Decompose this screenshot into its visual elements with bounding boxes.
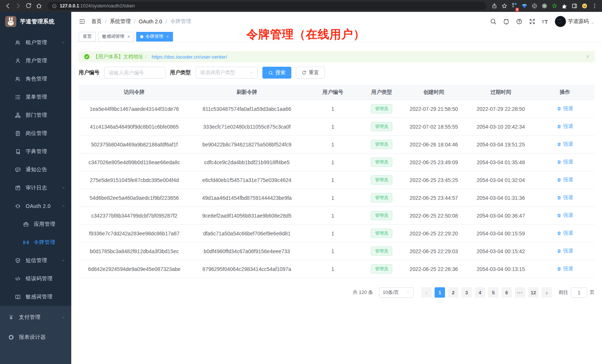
sidebar-item[interactable]: 租户管理 bbox=[0, 33, 71, 52]
sidebar-item[interactable]: 用户管理 bbox=[0, 52, 71, 70]
extensions-badge-icon[interactable]: 9 bbox=[511, 2, 517, 10]
refresh-token-cell: be90422b8c7946218275a508bf524fc9 bbox=[190, 142, 304, 148]
menu-fold-icon[interactable] bbox=[79, 18, 85, 25]
sidebar-item[interactable]: 审计日志 bbox=[0, 179, 71, 197]
side-panel-icon[interactable] bbox=[572, 3, 578, 9]
sidebar-item[interactable]: 通知公告 bbox=[0, 161, 71, 179]
url-path: :1024/system/oauth2/token bbox=[79, 3, 135, 9]
trash-icon bbox=[557, 142, 562, 147]
refresh-token-cell: 9ce8ef2aa9f14056b831ae9b608e28d5 bbox=[190, 213, 304, 219]
alert-close-icon[interactable]: × bbox=[586, 53, 589, 60]
trash-icon bbox=[557, 249, 562, 254]
force-logout-button[interactable]: 强退 bbox=[557, 230, 573, 236]
reset-button[interactable]: 重置 bbox=[296, 67, 325, 79]
command-circle-icon[interactable] bbox=[531, 3, 537, 9]
font-size-icon[interactable]: TT bbox=[542, 18, 549, 25]
force-logout-button[interactable]: 强退 bbox=[557, 123, 573, 130]
breadcrumb-item[interactable]: OAuth 2.0 bbox=[139, 19, 162, 24]
trash-icon bbox=[557, 267, 562, 271]
force-logout-button[interactable]: 强退 bbox=[557, 265, 573, 272]
share-icon[interactable] bbox=[491, 3, 497, 9]
view-tab[interactable]: 令牌管理× bbox=[136, 32, 173, 42]
sidebar-item[interactable]: 报表设计器 bbox=[0, 327, 71, 347]
sidebar-item[interactable]: OAuth 2.0 bbox=[0, 197, 71, 215]
gem-icon[interactable] bbox=[521, 3, 527, 9]
doc-link[interactable]: https://doc.iocoder.cn/user-center/ bbox=[152, 54, 227, 60]
kebab-menu-icon[interactable] bbox=[592, 3, 598, 9]
page-number-button[interactable]: 2 bbox=[448, 287, 458, 298]
sidebar-item[interactable]: 菜单管理 bbox=[0, 88, 71, 106]
user-type-tag: 管理员 bbox=[371, 175, 392, 185]
force-logout-button[interactable]: 强退 bbox=[557, 159, 573, 165]
green-star-icon[interactable] bbox=[552, 3, 557, 9]
page-number-button[interactable]: 6 bbox=[501, 287, 512, 298]
sidebar-item[interactable]: 应用管理 bbox=[0, 215, 71, 233]
user-type-tag: 管理员 bbox=[371, 193, 392, 202]
next-page-button[interactable]: › bbox=[542, 287, 552, 298]
puzzle-icon[interactable] bbox=[562, 3, 567, 9]
badge-icon bbox=[15, 130, 21, 136]
refresh-token-cell: 811c530487574fa0af1a59d3abc1aa66 bbox=[190, 106, 304, 112]
page-size-select[interactable]: 10条/页 bbox=[379, 287, 414, 298]
actions-cell: 强退 bbox=[536, 194, 595, 201]
tab-close-icon[interactable]: × bbox=[166, 34, 169, 39]
page-number-button[interactable]: 3 bbox=[461, 287, 472, 298]
sidebar-item[interactable]: 字典管理 bbox=[0, 142, 71, 161]
emoji-icon[interactable] bbox=[582, 3, 588, 9]
address-bar[interactable]: 127.0.0.1:1024/system/oauth2/token bbox=[48, 2, 486, 10]
search-icon[interactable] bbox=[490, 18, 497, 25]
chevron-down-icon bbox=[406, 291, 410, 295]
github-icon[interactable] bbox=[503, 18, 510, 25]
page-number-button[interactable]: 12 bbox=[528, 287, 539, 298]
search-button[interactable]: 搜索 bbox=[262, 67, 291, 79]
code-icon bbox=[15, 276, 21, 282]
pagination-ellipsis[interactable]: ··· bbox=[515, 287, 525, 298]
app-window: 芋道管理系统 租户管理用户管理角色管理菜单管理部门管理岗位管理字典管理通知公告审… bbox=[0, 12, 602, 364]
actions-cell: 强退 bbox=[536, 159, 595, 166]
sidebar-item[interactable]: 短信管理 bbox=[0, 251, 71, 269]
user-type-select[interactable]: 请选择用户类型 bbox=[196, 67, 258, 79]
sidebar-item[interactable]: 支付管理 bbox=[0, 307, 71, 327]
user-menu[interactable]: 芋道源码 bbox=[555, 16, 595, 27]
page-number-button[interactable]: 1 bbox=[435, 287, 445, 298]
created-time-cell: 2022-07-02 18:55:55 bbox=[402, 124, 466, 130]
user-id-input[interactable] bbox=[104, 67, 166, 79]
sidebar-item[interactable]: 错误码管理 bbox=[0, 269, 71, 288]
app-logo[interactable]: 芋道管理系统 bbox=[0, 12, 71, 31]
force-logout-button[interactable]: 强退 bbox=[557, 141, 573, 148]
user-id-cell: 1 bbox=[304, 195, 362, 201]
sidebar-item[interactable]: 敏感词管理 bbox=[0, 288, 71, 306]
force-logout-button[interactable]: 强退 bbox=[557, 248, 573, 254]
force-logout-button[interactable]: 强退 bbox=[557, 194, 573, 201]
page-number-button[interactable]: 4 bbox=[475, 287, 485, 298]
sidebar-item[interactable]: 角色管理 bbox=[0, 70, 71, 88]
refresh-icon[interactable] bbox=[25, 3, 32, 9]
refresh-token-cell: dfa6c71a50a54c66bef706ef9e6e8d81 bbox=[190, 231, 304, 236]
goto-page-input[interactable] bbox=[571, 287, 587, 298]
view-tab[interactable]: 首页 bbox=[79, 32, 96, 42]
page-number-button[interactable]: 5 bbox=[488, 287, 498, 298]
back-icon[interactable] bbox=[4, 3, 11, 9]
view-tab[interactable]: 敏感词管理× bbox=[98, 32, 134, 42]
breadcrumb-item[interactable]: 系统管理 bbox=[110, 18, 131, 25]
access-token-cell: 41c41346a548490f9dc8b01c6bfe0865 bbox=[79, 124, 190, 130]
force-logout-button[interactable]: 强退 bbox=[557, 212, 573, 219]
expire-time-cell: 2054-03-10 20:42:34 bbox=[466, 124, 536, 130]
sidebar-item[interactable]: 岗位管理 bbox=[0, 124, 71, 142]
record-circle-icon[interactable] bbox=[542, 3, 547, 9]
tab-close-icon[interactable]: × bbox=[127, 34, 130, 39]
force-logout-button[interactable]: 强退 bbox=[557, 176, 573, 183]
prev-page-button[interactable]: ‹ bbox=[421, 287, 432, 298]
user-id-cell: 1 bbox=[304, 231, 362, 236]
fullscreen-icon[interactable] bbox=[529, 18, 536, 25]
help-icon[interactable] bbox=[516, 18, 523, 25]
breadcrumb-item[interactable]: 首页 bbox=[91, 18, 102, 25]
star-icon[interactable] bbox=[501, 3, 507, 9]
force-logout-button[interactable]: 强退 bbox=[557, 105, 573, 112]
sidebar-item[interactable]: 部门管理 bbox=[0, 106, 71, 124]
chevron-down-icon bbox=[61, 40, 65, 44]
forward-icon[interactable] bbox=[15, 3, 22, 9]
home-icon[interactable] bbox=[36, 3, 42, 9]
sidebar-item[interactable]: 令牌管理 bbox=[0, 233, 71, 251]
sidebar-item-label: 字典管理 bbox=[26, 148, 47, 155]
